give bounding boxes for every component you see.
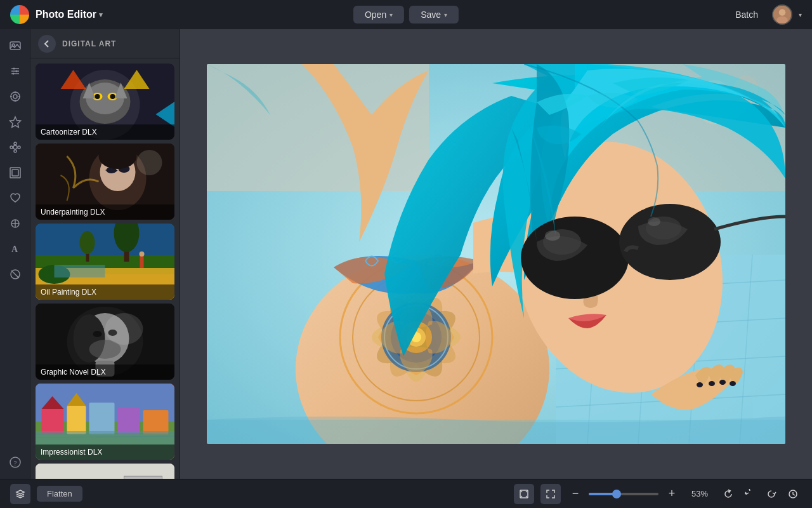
fit-to-screen-button[interactable] (514, 484, 534, 504)
topbar-center-actions: Open ▾ Save ▾ (353, 6, 459, 23)
svg-rect-80 (67, 406, 86, 434)
image-container (207, 64, 785, 444)
filter-item-sketch[interactable] (36, 464, 174, 479)
svg-point-20 (14, 150, 16, 152)
user-avatar[interactable] (772, 4, 792, 25)
help-icon[interactable]: ? (4, 451, 27, 474)
svg-point-61 (80, 231, 95, 254)
svg-point-22 (18, 146, 20, 149)
svg-point-8 (13, 68, 15, 70)
zoom-in-button[interactable]: + (664, 486, 680, 502)
svg-point-9 (15, 70, 17, 72)
favorites-icon[interactable] (4, 187, 27, 210)
rotate-button[interactable] (719, 485, 737, 503)
filter-label-graphicnovel: Graphic Novel DLX (36, 364, 174, 380)
svg-rect-82 (118, 408, 140, 434)
zoom-percent-label: 53% (685, 489, 708, 498)
user-chevron[interactable]: ▾ (799, 11, 802, 18)
svg-point-2 (776, 17, 788, 24)
svg-point-21 (10, 146, 13, 149)
bottombar: Flatten − + 53% (0, 479, 812, 508)
filter-header: DIGITAL ART (30, 29, 180, 58)
app-title-text: Photo Editor (36, 9, 96, 20)
flatten-button[interactable]: Flatten (37, 486, 82, 502)
svg-point-131 (697, 382, 703, 387)
canvas-area (180, 29, 812, 479)
svg-point-39 (95, 94, 100, 99)
svg-point-125 (521, 217, 629, 299)
effects-icon[interactable] (4, 85, 27, 108)
svg-point-52 (99, 144, 137, 169)
svg-point-134 (730, 381, 736, 386)
bottom-right-buttons (719, 485, 802, 503)
artsy-icon[interactable] (4, 136, 27, 159)
text-icon[interactable]: A (4, 237, 27, 260)
svg-text:?: ? (13, 459, 16, 467)
app-title-chevron[interactable]: ▾ (99, 11, 103, 19)
undo-button[interactable] (741, 485, 759, 503)
photos-icon[interactable] (4, 34, 27, 57)
filter-category: DIGITAL ART (62, 39, 116, 48)
svg-rect-66 (55, 265, 105, 277)
filter-item-oilpainting[interactable]: Oil Painting DLX (36, 224, 174, 300)
erase-icon[interactable] (4, 263, 27, 286)
svg-point-74 (105, 313, 143, 345)
svg-point-53 (137, 150, 162, 175)
filter-panel: DIGITAL ART (30, 29, 180, 479)
svg-point-63 (140, 251, 145, 257)
expand-button[interactable] (540, 484, 561, 504)
svg-line-30 (11, 271, 19, 278)
filter-label-cartoonizer: Cartoonizer DLX (36, 124, 174, 140)
svg-marker-136 (16, 490, 24, 494)
svg-point-1 (779, 9, 786, 16)
svg-point-132 (709, 381, 715, 386)
history-button[interactable] (784, 485, 802, 503)
batch-button[interactable]: Batch (728, 6, 766, 23)
filter-label-underpainting: Underpainting DLX (36, 204, 174, 220)
zoom-out-button[interactable]: − (567, 486, 584, 502)
filter-label-impressionist: Impressionist DLX (36, 444, 174, 460)
icon-sidebar: A ? (0, 29, 30, 479)
open-button[interactable]: Open ▾ (353, 6, 404, 23)
frames-icon[interactable] (4, 161, 27, 184)
svg-rect-62 (140, 255, 144, 268)
svg-rect-81 (89, 403, 115, 434)
filter-item-underpainting[interactable]: Underpainting DLX (36, 144, 174, 220)
redo-button[interactable] (763, 485, 780, 503)
svg-marker-17 (10, 117, 20, 128)
svg-point-19 (14, 142, 16, 145)
svg-point-12 (13, 95, 17, 98)
svg-rect-93 (124, 476, 162, 479)
main-area: A ? DIGITAL ART (0, 29, 812, 479)
svg-point-71 (93, 331, 102, 337)
filter-item-impressionist[interactable]: Impressionist DLX (36, 384, 174, 460)
svg-point-10 (12, 73, 14, 75)
zoom-controls: − + 53% (567, 486, 708, 502)
app-title: Photo Editor ▾ (36, 9, 103, 20)
svg-point-40 (110, 94, 115, 99)
app-logo (10, 5, 29, 24)
artwork (207, 64, 785, 444)
star-icon[interactable] (4, 110, 27, 133)
filter-item-graphicnovel[interactable]: Graphic Novel DLX (36, 304, 174, 380)
svg-rect-83 (143, 410, 169, 434)
svg-point-129 (545, 231, 560, 241)
adjustments-icon[interactable] (4, 60, 27, 83)
filter-label-oilpainting: Oil Painting DLX (36, 284, 174, 300)
topbar-right: Batch ▾ (728, 4, 802, 25)
shapes-icon[interactable] (4, 212, 27, 235)
svg-point-130 (648, 217, 660, 226)
layers-button[interactable] (10, 484, 30, 504)
svg-text:A: A (11, 244, 18, 254)
filter-item-cartoonizer[interactable]: Cartoonizer DLX (36, 64, 174, 140)
svg-point-18 (13, 145, 17, 149)
svg-point-133 (719, 380, 726, 385)
filter-list: Cartoonizer DLX (30, 58, 180, 479)
save-button[interactable]: Save ▾ (409, 6, 459, 23)
svg-point-11 (11, 92, 20, 101)
back-button[interactable] (38, 35, 56, 53)
svg-rect-79 (42, 409, 64, 434)
topbar: Photo Editor ▾ Open ▾ Save ▾ Batch ▾ (0, 0, 812, 29)
zoom-slider[interactable] (589, 493, 658, 495)
svg-rect-24 (12, 170, 18, 176)
